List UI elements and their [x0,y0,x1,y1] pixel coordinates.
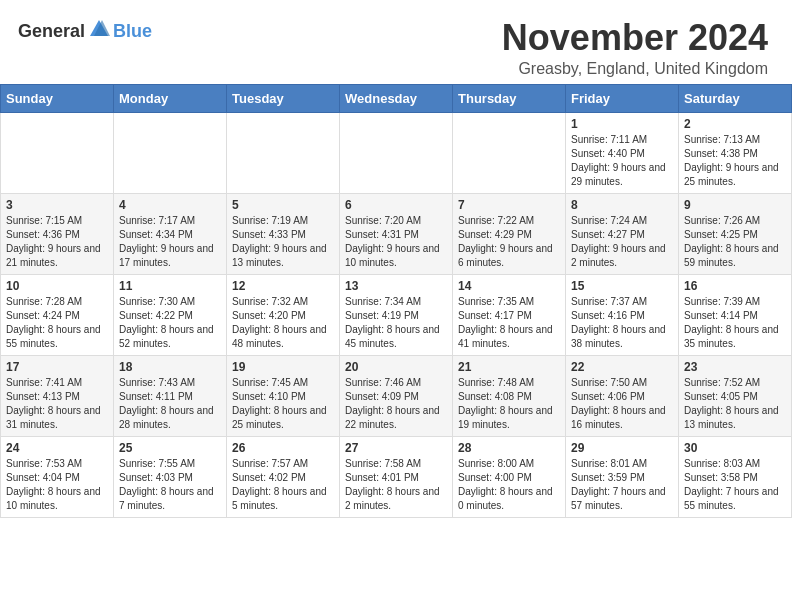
calendar-table: SundayMondayTuesdayWednesdayThursdayFrid… [0,84,792,518]
day-info: Sunrise: 7:46 AM Sunset: 4:09 PM Dayligh… [345,376,447,432]
day-info: Sunrise: 7:20 AM Sunset: 4:31 PM Dayligh… [345,214,447,270]
day-number: 17 [6,360,108,374]
day-info: Sunrise: 7:13 AM Sunset: 4:38 PM Dayligh… [684,133,786,189]
calendar-cell: 11Sunrise: 7:30 AM Sunset: 4:22 PM Dayli… [114,274,227,355]
day-info: Sunrise: 7:34 AM Sunset: 4:19 PM Dayligh… [345,295,447,351]
calendar-cell: 22Sunrise: 7:50 AM Sunset: 4:06 PM Dayli… [566,355,679,436]
day-number: 8 [571,198,673,212]
day-info: Sunrise: 7:48 AM Sunset: 4:08 PM Dayligh… [458,376,560,432]
day-number: 14 [458,279,560,293]
calendar-week-row: 3Sunrise: 7:15 AM Sunset: 4:36 PM Daylig… [1,193,792,274]
weekday-header-tuesday: Tuesday [227,84,340,112]
logo-general: General [18,21,85,42]
calendar-cell: 24Sunrise: 7:53 AM Sunset: 4:04 PM Dayli… [1,436,114,517]
logo-blue: Blue [113,21,152,42]
calendar-cell [114,112,227,193]
weekday-header-row: SundayMondayTuesdayWednesdayThursdayFrid… [1,84,792,112]
day-info: Sunrise: 7:45 AM Sunset: 4:10 PM Dayligh… [232,376,334,432]
calendar-cell: 17Sunrise: 7:41 AM Sunset: 4:13 PM Dayli… [1,355,114,436]
title-area: November 2024 Greasby, England, United K… [502,18,768,78]
calendar-cell: 4Sunrise: 7:17 AM Sunset: 4:34 PM Daylig… [114,193,227,274]
day-info: Sunrise: 7:17 AM Sunset: 4:34 PM Dayligh… [119,214,221,270]
day-info: Sunrise: 7:28 AM Sunset: 4:24 PM Dayligh… [6,295,108,351]
day-number: 12 [232,279,334,293]
day-number: 1 [571,117,673,131]
calendar-cell: 2Sunrise: 7:13 AM Sunset: 4:38 PM Daylig… [679,112,792,193]
day-info: Sunrise: 7:55 AM Sunset: 4:03 PM Dayligh… [119,457,221,513]
day-info: Sunrise: 7:50 AM Sunset: 4:06 PM Dayligh… [571,376,673,432]
weekday-header-thursday: Thursday [453,84,566,112]
day-number: 16 [684,279,786,293]
calendar-cell: 28Sunrise: 8:00 AM Sunset: 4:00 PM Dayli… [453,436,566,517]
day-number: 30 [684,441,786,455]
day-info: Sunrise: 7:22 AM Sunset: 4:29 PM Dayligh… [458,214,560,270]
calendar-cell: 5Sunrise: 7:19 AM Sunset: 4:33 PM Daylig… [227,193,340,274]
weekday-header-sunday: Sunday [1,84,114,112]
calendar-cell [227,112,340,193]
weekday-header-saturday: Saturday [679,84,792,112]
calendar-cell: 9Sunrise: 7:26 AM Sunset: 4:25 PM Daylig… [679,193,792,274]
weekday-header-monday: Monday [114,84,227,112]
day-number: 22 [571,360,673,374]
day-info: Sunrise: 7:15 AM Sunset: 4:36 PM Dayligh… [6,214,108,270]
calendar-cell: 21Sunrise: 7:48 AM Sunset: 4:08 PM Dayli… [453,355,566,436]
day-info: Sunrise: 7:26 AM Sunset: 4:25 PM Dayligh… [684,214,786,270]
day-number: 24 [6,441,108,455]
page-header: General Blue November 2024 Greasby, Engl… [0,0,792,84]
calendar-cell: 1Sunrise: 7:11 AM Sunset: 4:40 PM Daylig… [566,112,679,193]
calendar-cell: 19Sunrise: 7:45 AM Sunset: 4:10 PM Dayli… [227,355,340,436]
day-number: 9 [684,198,786,212]
day-number: 2 [684,117,786,131]
day-number: 20 [345,360,447,374]
day-info: Sunrise: 7:41 AM Sunset: 4:13 PM Dayligh… [6,376,108,432]
calendar-cell: 27Sunrise: 7:58 AM Sunset: 4:01 PM Dayli… [340,436,453,517]
calendar-cell: 8Sunrise: 7:24 AM Sunset: 4:27 PM Daylig… [566,193,679,274]
day-info: Sunrise: 8:03 AM Sunset: 3:58 PM Dayligh… [684,457,786,513]
calendar-cell [1,112,114,193]
day-number: 21 [458,360,560,374]
calendar-cell: 29Sunrise: 8:01 AM Sunset: 3:59 PM Dayli… [566,436,679,517]
day-info: Sunrise: 7:32 AM Sunset: 4:20 PM Dayligh… [232,295,334,351]
day-number: 11 [119,279,221,293]
day-info: Sunrise: 7:39 AM Sunset: 4:14 PM Dayligh… [684,295,786,351]
calendar-cell: 15Sunrise: 7:37 AM Sunset: 4:16 PM Dayli… [566,274,679,355]
day-info: Sunrise: 7:57 AM Sunset: 4:02 PM Dayligh… [232,457,334,513]
calendar-cell: 16Sunrise: 7:39 AM Sunset: 4:14 PM Dayli… [679,274,792,355]
calendar-cell: 7Sunrise: 7:22 AM Sunset: 4:29 PM Daylig… [453,193,566,274]
calendar-cell: 12Sunrise: 7:32 AM Sunset: 4:20 PM Dayli… [227,274,340,355]
day-info: Sunrise: 8:01 AM Sunset: 3:59 PM Dayligh… [571,457,673,513]
calendar-cell: 18Sunrise: 7:43 AM Sunset: 4:11 PM Dayli… [114,355,227,436]
day-number: 15 [571,279,673,293]
day-number: 25 [119,441,221,455]
calendar-week-row: 17Sunrise: 7:41 AM Sunset: 4:13 PM Dayli… [1,355,792,436]
day-info: Sunrise: 7:58 AM Sunset: 4:01 PM Dayligh… [345,457,447,513]
day-number: 6 [345,198,447,212]
day-number: 3 [6,198,108,212]
logo-area: General Blue [18,18,152,44]
calendar-cell: 13Sunrise: 7:34 AM Sunset: 4:19 PM Dayli… [340,274,453,355]
day-number: 18 [119,360,221,374]
calendar-week-row: 10Sunrise: 7:28 AM Sunset: 4:24 PM Dayli… [1,274,792,355]
day-number: 19 [232,360,334,374]
weekday-header-wednesday: Wednesday [340,84,453,112]
day-info: Sunrise: 7:30 AM Sunset: 4:22 PM Dayligh… [119,295,221,351]
day-info: Sunrise: 7:11 AM Sunset: 4:40 PM Dayligh… [571,133,673,189]
calendar-cell: 3Sunrise: 7:15 AM Sunset: 4:36 PM Daylig… [1,193,114,274]
day-number: 29 [571,441,673,455]
day-info: Sunrise: 7:52 AM Sunset: 4:05 PM Dayligh… [684,376,786,432]
calendar-cell: 26Sunrise: 7:57 AM Sunset: 4:02 PM Dayli… [227,436,340,517]
day-number: 26 [232,441,334,455]
day-number: 28 [458,441,560,455]
day-number: 13 [345,279,447,293]
day-number: 23 [684,360,786,374]
day-info: Sunrise: 7:43 AM Sunset: 4:11 PM Dayligh… [119,376,221,432]
day-info: Sunrise: 7:24 AM Sunset: 4:27 PM Dayligh… [571,214,673,270]
day-info: Sunrise: 8:00 AM Sunset: 4:00 PM Dayligh… [458,457,560,513]
day-number: 5 [232,198,334,212]
calendar-week-row: 1Sunrise: 7:11 AM Sunset: 4:40 PM Daylig… [1,112,792,193]
calendar-cell: 6Sunrise: 7:20 AM Sunset: 4:31 PM Daylig… [340,193,453,274]
month-title: November 2024 [502,18,768,58]
day-info: Sunrise: 7:35 AM Sunset: 4:17 PM Dayligh… [458,295,560,351]
day-info: Sunrise: 7:53 AM Sunset: 4:04 PM Dayligh… [6,457,108,513]
calendar-cell: 25Sunrise: 7:55 AM Sunset: 4:03 PM Dayli… [114,436,227,517]
